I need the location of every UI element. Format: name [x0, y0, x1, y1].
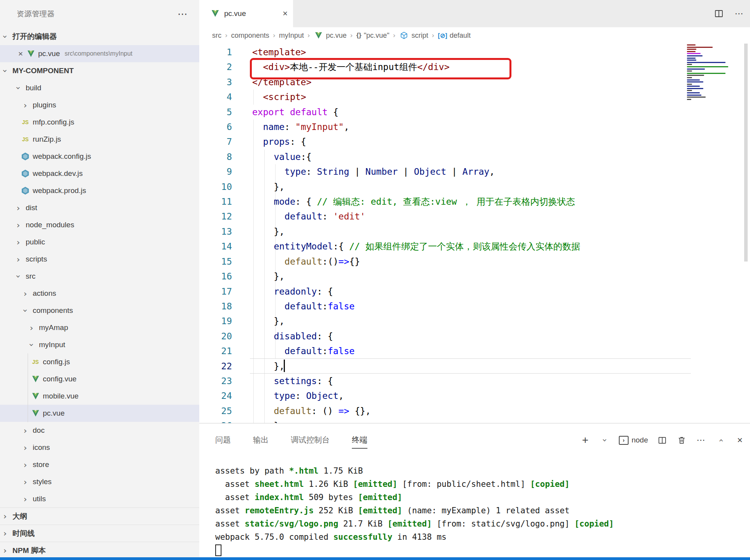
chevron-down-icon[interactable]: ›: [14, 83, 23, 93]
tree-item-actions[interactable]: ›actions: [0, 285, 199, 302]
breadcrumb-item[interactable]: myInput: [279, 32, 304, 40]
chevron-right-icon[interactable]: ›: [13, 220, 23, 230]
code-line[interactable]: disabled: {: [252, 329, 580, 344]
chevron-down-icon[interactable]: ›: [21, 305, 30, 316]
chevron-right-icon[interactable]: ›: [13, 203, 23, 213]
more-actions-icon[interactable]: ⋯: [177, 10, 188, 18]
close-panel-icon[interactable]: ×: [734, 435, 745, 446]
section-timeline[interactable]: ›时间线: [0, 525, 199, 542]
tree-item-utils[interactable]: ›utils: [0, 490, 199, 507]
breadcrumb-item[interactable]: components: [231, 32, 269, 40]
terminal-output[interactable]: assets by path *.html 1.75 KiB asset she…: [215, 464, 614, 544]
code-line[interactable]: readonly: {: [252, 284, 580, 299]
tree-item-config-js[interactable]: JSconfig.js: [0, 353, 199, 370]
chevron-right-icon[interactable]: ›: [20, 494, 30, 504]
code-line[interactable]: entityModel:{ // 如果组件绑定了一个实体，则该属性会传入实体的数…: [252, 239, 580, 254]
editor-scrollbar[interactable]: [744, 44, 748, 262]
tree-item-src[interactable]: ›src: [0, 268, 199, 285]
close-icon[interactable]: ×: [16, 49, 26, 58]
tab-close-icon[interactable]: ×: [283, 9, 288, 19]
tree-item-build[interactable]: ›build: [0, 79, 199, 97]
new-terminal-icon[interactable]: +: [580, 435, 591, 446]
section-project-root[interactable]: ›MY-COMPONENT: [0, 62, 199, 79]
section-outline[interactable]: ›大纲: [0, 507, 199, 525]
section-open-editors[interactable]: ›打开的编辑器: [0, 28, 199, 45]
code-line[interactable]: export default {: [252, 105, 580, 119]
panel-tab-终端[interactable]: 终端: [352, 432, 367, 449]
terminal-dropdown-icon[interactable]: ›: [599, 435, 610, 446]
chevron-right-icon[interactable]: ›: [26, 323, 37, 333]
tree-item-myAmap[interactable]: ›myAmap: [0, 319, 199, 336]
tab-pc-vue[interactable]: pc.vue ×: [199, 0, 293, 27]
chevron-down-icon[interactable]: ›: [27, 340, 37, 350]
breadcrumb-item[interactable]: pc.vue: [314, 31, 347, 40]
code-line[interactable]: },: [252, 269, 580, 284]
code-line[interactable]: },: [252, 179, 580, 194]
code-line[interactable]: type: Object,: [252, 388, 580, 403]
chevron-right-icon[interactable]: ›: [0, 546, 10, 555]
tree-item-plugins[interactable]: ›plugins: [0, 97, 199, 114]
chevron-right-icon[interactable]: ›: [20, 426, 30, 435]
tree-item-styles[interactable]: ›styles: [0, 473, 199, 490]
tree-item-doc[interactable]: ›doc: [0, 422, 199, 439]
minimap[interactable]: [687, 44, 738, 101]
open-editor-pc-vue[interactable]: ×pc.vuesrc\components\myInput: [0, 45, 199, 62]
tree-item-icons[interactable]: ›icons: [0, 439, 199, 456]
tree-item-webpack-config-js[interactable]: webpack.config.js: [0, 148, 199, 165]
breadcrumb-item[interactable]: script: [399, 31, 428, 40]
chevron-right-icon[interactable]: ›: [13, 237, 23, 247]
code-line[interactable]: <script>: [252, 90, 580, 104]
chevron-right-icon[interactable]: ›: [20, 289, 30, 298]
code-line[interactable]: value:{: [252, 149, 580, 164]
code-line[interactable]: <template>: [252, 45, 580, 60]
split-terminal-icon[interactable]: [657, 435, 667, 446]
chevron-right-icon[interactable]: ›: [0, 528, 10, 538]
code-line[interactable]: default: () => {},: [252, 404, 580, 418]
code-line[interactable]: }: [252, 418, 580, 423]
kill-terminal-icon[interactable]: [676, 435, 687, 446]
chevron-right-icon[interactable]: ›: [0, 511, 10, 521]
code-line[interactable]: default:false: [252, 299, 580, 314]
chevron-right-icon[interactable]: ›: [20, 443, 30, 453]
tree-item-dist[interactable]: ›dist: [0, 199, 199, 216]
chevron-right-icon[interactable]: ›: [20, 477, 30, 487]
tree-item-mobile-vue[interactable]: mobile.vue: [0, 388, 199, 405]
code-line[interactable]: mode: { // 编辑态: edit, 查看态:view ， 用于在子表格内…: [252, 194, 580, 209]
tree-item-mfp-config-js[interactable]: JSmfp.config.js: [0, 114, 199, 131]
tree-item-pc-vue[interactable]: pc.vue: [0, 405, 199, 422]
chevron-down-icon[interactable]: ›: [14, 271, 23, 281]
chevron-right-icon[interactable]: ›: [20, 100, 30, 110]
tree-item-components[interactable]: ›components: [0, 302, 199, 319]
panel-tab-调试控制台[interactable]: 调试控制台: [291, 432, 330, 449]
panel-more-actions-icon[interactable]: ⋯: [696, 435, 706, 446]
tree-item-webpack-prod-js[interactable]: webpack.prod.js: [0, 182, 199, 199]
chevron-down-icon[interactable]: ›: [0, 32, 10, 42]
panel-tab-问题[interactable]: 问题: [215, 432, 231, 449]
code-line[interactable]: default:false: [252, 344, 580, 358]
code-line[interactable]: type: String | Number | Object | Array,: [252, 164, 580, 179]
tree-item-node-modules[interactable]: ›node_modules: [0, 216, 199, 233]
tree-item-myInput[interactable]: ›myInput: [0, 336, 199, 353]
tree-item-store[interactable]: ›store: [0, 456, 199, 473]
chevron-right-icon[interactable]: ›: [20, 460, 30, 470]
tree-item-config-vue[interactable]: config.vue: [0, 370, 199, 388]
terminal-profile[interactable]: › node: [619, 436, 648, 445]
code-line[interactable]: },: [252, 359, 580, 374]
code-editor[interactable]: 1234567891011121314151617181920212223242…: [199, 44, 750, 423]
code-line[interactable]: default: 'edit': [252, 209, 580, 224]
code-line[interactable]: settings: {: [252, 374, 580, 388]
tree-item-scripts[interactable]: ›scripts: [0, 251, 199, 268]
code-line[interactable]: },: [252, 314, 580, 328]
split-editor-icon[interactable]: [713, 8, 724, 19]
code-line[interactable]: default:()=>{}: [252, 254, 580, 269]
chevron-down-icon[interactable]: ›: [0, 66, 10, 76]
breadcrumb-item[interactable]: src: [212, 32, 221, 40]
code-line[interactable]: props: {: [252, 134, 580, 149]
more-editor-actions-icon[interactable]: ⋯: [734, 8, 745, 19]
code-line[interactable]: name: "myInput",: [252, 119, 580, 134]
panel-tab-输出[interactable]: 输出: [253, 432, 269, 449]
code-line[interactable]: },: [252, 224, 580, 239]
breadcrumb-item[interactable]: [⊘]default: [438, 32, 471, 40]
section-npm-scripts[interactable]: ›NPM 脚本: [0, 542, 199, 559]
tree-item-webpack-dev-js[interactable]: webpack.dev.js: [0, 165, 199, 182]
